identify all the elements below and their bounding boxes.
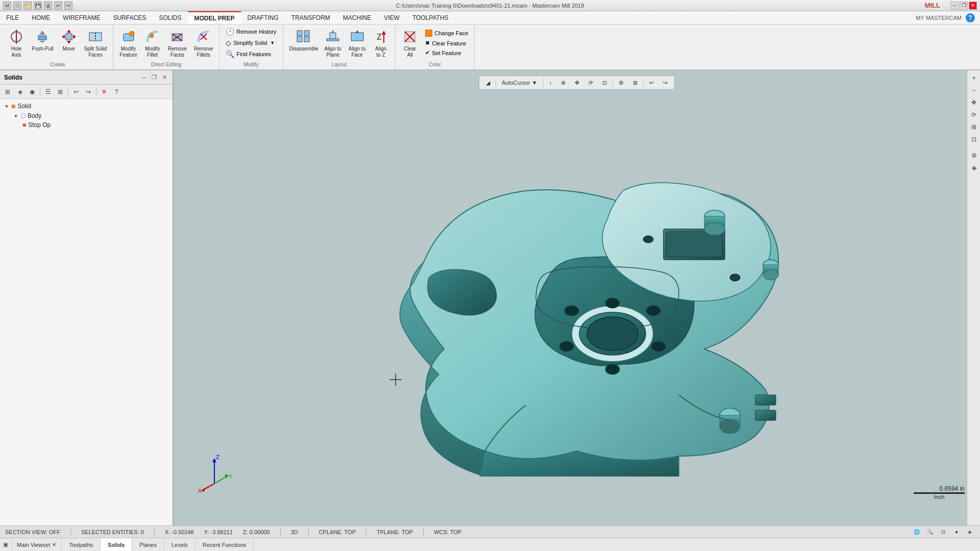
rt-zoom-fit[interactable]: + xyxy=(968,72,979,84)
svg-rect-59 xyxy=(755,410,776,420)
clear-feature-button[interactable]: ✖ Clear Feature xyxy=(422,39,471,47)
disassemble-button[interactable]: Disassemble xyxy=(286,27,321,54)
planes-tab[interactable]: Planes xyxy=(132,538,164,551)
vp-btn-5[interactable]: ⊡ xyxy=(599,77,610,88)
vp-btn-4[interactable]: ⟳ xyxy=(585,77,597,88)
modify-fillet-button[interactable]: ModifyFillet xyxy=(141,27,164,60)
rt-rotate[interactable]: ⟳ xyxy=(968,109,979,120)
rt-highlight[interactable]: ◈ xyxy=(968,162,979,173)
recent-functions-tab[interactable]: Recent Functions xyxy=(195,538,254,551)
quick-access-open[interactable]: 📂 xyxy=(23,2,32,10)
tree-item-stop-op[interactable]: ■ Stop Op xyxy=(20,120,170,130)
select-all-button[interactable]: ⊞ xyxy=(2,86,13,97)
vp-sep-1 xyxy=(496,78,496,87)
vp-btn-3[interactable]: ✥ xyxy=(571,77,583,88)
panel-restore-button[interactable]: ❐ xyxy=(150,73,158,82)
vp-btn-6[interactable]: ⚙ xyxy=(615,77,627,88)
toolbar-separator-2 xyxy=(68,87,68,96)
select-solid-button[interactable]: ◈ xyxy=(14,86,26,97)
svg-point-50 xyxy=(646,306,660,316)
status-view-icon[interactable]: ◈ xyxy=(965,527,975,537)
menu-solids[interactable]: SOLIDS xyxy=(153,11,188,24)
remove-fillets-button[interactable]: RemoveFillets xyxy=(191,27,216,60)
quick-access-redo[interactable]: ↪ xyxy=(64,2,72,10)
vp-view-select[interactable]: ◢ xyxy=(482,77,494,88)
menu-view[interactable]: VIEW xyxy=(378,11,406,24)
status-fit-icon[interactable]: ⊡ xyxy=(938,527,948,537)
menu-drafting[interactable]: DRAFTING xyxy=(241,11,285,24)
menu-surfaces[interactable]: SURFACES xyxy=(107,11,153,24)
menu-toolpaths[interactable]: TOOLPATHS xyxy=(406,11,455,24)
split-solid-faces-button[interactable]: Split SolidFaces xyxy=(81,27,110,60)
toolpaths-tab[interactable]: Toolpaths xyxy=(62,538,101,551)
remove-history-label: Remove History xyxy=(236,29,276,35)
hole-axis-button[interactable]: HoleAxis xyxy=(5,27,28,60)
quick-access-print[interactable]: 🖨 xyxy=(44,2,52,10)
set-feature-button[interactable]: ✔ Set Feature xyxy=(422,48,471,57)
status-zoom-in-icon[interactable]: 🔍 xyxy=(925,527,935,537)
menu-transform[interactable]: TRANSFORM xyxy=(285,11,337,24)
delete-button[interactable]: ✕ xyxy=(99,86,110,97)
panel-minimize-button[interactable]: ─ xyxy=(140,73,148,82)
rt-zoom-out[interactable]: − xyxy=(968,85,979,96)
svg-text:Z: Z xyxy=(216,454,219,460)
remove-faces-button[interactable]: RemoveFaces xyxy=(165,27,190,60)
tree-item-body[interactable]: ▼ ⬡ Body xyxy=(11,111,170,120)
rt-section[interactable]: ⊡ xyxy=(968,134,979,145)
undo-button[interactable]: ↩ xyxy=(70,86,82,97)
push-pull-button[interactable]: Push-Pull xyxy=(29,27,57,54)
quick-access-undo[interactable]: ↩ xyxy=(54,2,62,10)
restore-button[interactable]: ❐ xyxy=(960,2,968,10)
clear-all-button[interactable]: ClearAll xyxy=(399,27,421,60)
close-button[interactable]: ✕ xyxy=(969,2,977,10)
part-svg xyxy=(347,119,806,477)
vp-btn-8[interactable]: ↩ xyxy=(646,77,657,88)
viewport[interactable]: ◢ AutoCursor ▼ ↕ ⊕ ✥ ⟳ ⊡ ⚙ ⊞ ↩ ↪ xyxy=(174,70,980,525)
redo-button[interactable]: ↪ xyxy=(83,86,94,97)
menu-wireframe[interactable]: WIREFRAME xyxy=(57,11,107,24)
vp-btn-2[interactable]: ⊕ xyxy=(557,77,569,88)
status-render-icon[interactable]: ● xyxy=(951,527,962,537)
list-view-button[interactable]: ☰ xyxy=(42,86,54,97)
align-to-z-button[interactable]: Z Alignto Z xyxy=(370,27,392,60)
svg-rect-22 xyxy=(297,31,302,36)
help-tree-button[interactable]: ? xyxy=(111,86,122,97)
simplify-solid-button[interactable]: ◇ Simplify Solid ▼ xyxy=(223,38,278,48)
svg-line-65 xyxy=(214,476,227,484)
move-label: Move xyxy=(63,46,75,52)
quick-access-new[interactable]: □ xyxy=(13,2,21,10)
menu-machine[interactable]: MACHINE xyxy=(337,11,378,24)
minimize-button[interactable]: ─ xyxy=(950,2,959,10)
body-expand-icon: ▼ xyxy=(13,113,18,119)
simplify-solid-arrow: ▼ xyxy=(270,40,275,45)
menu-file[interactable]: FILE xyxy=(0,11,26,24)
menu-home[interactable]: HOME xyxy=(26,11,57,24)
levels-tab[interactable]: Levels xyxy=(164,538,195,551)
menu-model-prep[interactable]: MODEL PREP xyxy=(188,11,241,24)
change-face-button[interactable]: Change Face xyxy=(422,29,471,38)
find-features-button[interactable]: 🔍 Find Features xyxy=(223,49,274,59)
vp-btn-7[interactable]: ⊞ xyxy=(629,77,641,88)
rt-snap[interactable]: ⊞ xyxy=(968,121,979,133)
rt-properties[interactable]: ⚙ xyxy=(968,150,979,161)
help-icon[interactable]: ? xyxy=(966,13,975,22)
quick-access-save[interactable]: 💾 xyxy=(34,2,42,10)
remove-history-button[interactable]: 🕐 Remove History xyxy=(223,27,279,37)
align-to-plane-button[interactable]: Align toPlane xyxy=(322,27,345,60)
vp-btn-1[interactable]: ↕ xyxy=(546,77,556,88)
tree-item-solid[interactable]: ▼ ■ Solid xyxy=(2,101,170,111)
status-sep-6 xyxy=(423,529,424,536)
align-to-face-button[interactable]: Align toFace xyxy=(346,27,369,60)
move-button[interactable]: Move xyxy=(58,27,80,54)
bottom-tabs: ▣ Main Viewset ✕ Toolpaths Solids Planes… xyxy=(0,538,980,551)
select-feature-button[interactable]: ◉ xyxy=(27,86,38,97)
vp-btn-9[interactable]: ↪ xyxy=(659,77,671,88)
solids-tab[interactable]: Solids xyxy=(101,538,132,551)
grid-view-button[interactable]: ⊞ xyxy=(55,86,66,97)
modify-feature-button[interactable]: ModifyFeature xyxy=(116,27,140,60)
vp-autocursor-button[interactable]: AutoCursor ▼ xyxy=(498,77,541,88)
rt-pan[interactable]: ✥ xyxy=(968,97,979,108)
status-globe-icon[interactable]: 🌐 xyxy=(912,527,922,537)
main-viewset-tab[interactable]: Main Viewset ✕ xyxy=(12,538,62,551)
panel-close-button[interactable]: ✕ xyxy=(160,73,168,82)
